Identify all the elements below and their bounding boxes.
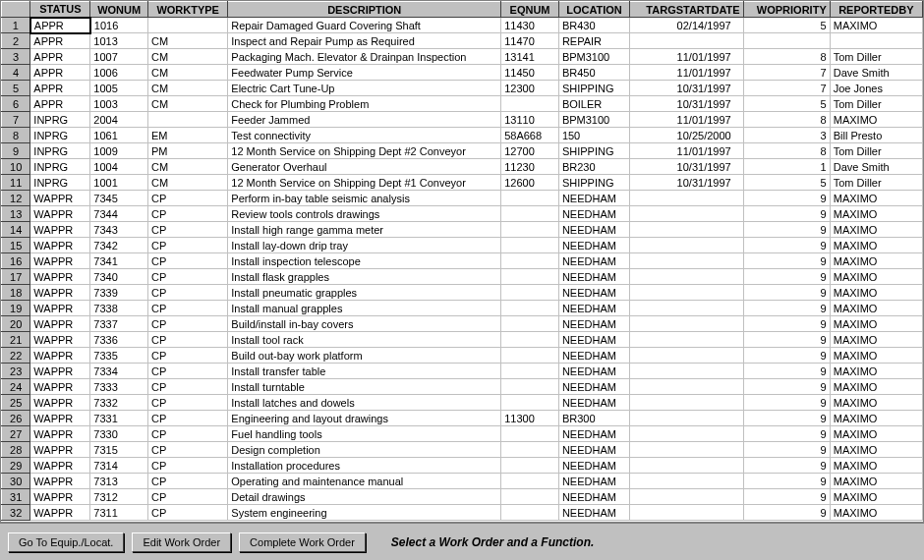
cell-wonum[interactable]: 7337	[90, 316, 148, 332]
cell-worktype[interactable]: CP	[148, 222, 228, 238]
table-row[interactable]: 28WAPPR7315CPDesign completionNEEDHAM9MA…	[2, 442, 923, 458]
cell-worktype[interactable]	[148, 112, 228, 128]
cell-description[interactable]: Build/install in-bay covers	[228, 316, 501, 332]
cell-wonum[interactable]: 7331	[90, 411, 148, 426]
row-header[interactable]: 2	[2, 33, 30, 49]
cell-worktype[interactable]: CP	[148, 426, 228, 442]
cell-description[interactable]: Test connectivity	[228, 128, 501, 143]
cell-reportedby[interactable]: Tom Diller	[830, 143, 922, 159]
cell-reportedby[interactable]: MAXIMO	[830, 301, 922, 316]
table-row[interactable]: 10INPRG1004CMGenerator Overhaul11230BR23…	[2, 159, 923, 175]
cell-eqnum[interactable]	[501, 458, 559, 474]
col-header-eqnum[interactable]: EQNUM	[501, 2, 559, 18]
cell-worktype[interactable]: CM	[148, 159, 228, 175]
cell-worktype[interactable]: CM	[148, 81, 228, 96]
cell-eqnum[interactable]	[501, 222, 559, 238]
cell-worktype[interactable]: CP	[148, 442, 228, 458]
cell-wonum[interactable]: 2004	[90, 112, 148, 128]
cell-reportedby[interactable]: Tom Diller	[830, 96, 922, 112]
col-header-wopriority[interactable]: WOPRIORITY	[743, 2, 830, 18]
cell-location[interactable]: BR300	[558, 411, 629, 426]
row-header[interactable]: 8	[2, 128, 30, 143]
cell-reportedby[interactable]: MAXIMO	[830, 238, 922, 253]
cell-targstartdate[interactable]: 10/31/1997	[630, 159, 744, 175]
row-header[interactable]: 1	[2, 18, 30, 33]
cell-worktype[interactable]: CP	[148, 348, 228, 364]
cell-eqnum[interactable]: 11230	[501, 159, 559, 175]
table-row[interactable]: 14WAPPR7343CPInstall high range gamma me…	[2, 222, 923, 238]
cell-wopriority[interactable]: 9	[743, 474, 830, 489]
row-header[interactable]: 27	[2, 426, 30, 442]
cell-eqnum[interactable]	[501, 489, 559, 505]
cell-wonum[interactable]: 1007	[90, 49, 148, 65]
row-header[interactable]: 15	[2, 238, 30, 253]
cell-eqnum[interactable]	[501, 206, 559, 222]
cell-description[interactable]: Install flask grapples	[228, 269, 501, 285]
cell-wopriority[interactable]: 9	[743, 442, 830, 458]
cell-targstartdate[interactable]: 02/14/1997	[630, 18, 744, 33]
edit-work-order-button[interactable]: Edit Work Order	[132, 532, 231, 552]
cell-status[interactable]: WAPPR	[30, 191, 90, 206]
cell-targstartdate[interactable]	[630, 348, 744, 364]
cell-reportedby[interactable]: MAXIMO	[830, 222, 922, 238]
col-header-description[interactable]: DESCRIPTION	[228, 2, 501, 18]
cell-eqnum[interactable]: 11300	[501, 411, 559, 426]
cell-wopriority[interactable]: 9	[743, 426, 830, 442]
cell-wonum[interactable]: 7341	[90, 253, 148, 269]
cell-location[interactable]: NEEDHAM	[558, 285, 629, 301]
table-row[interactable]: 30WAPPR7313CPOperating and maintenance m…	[2, 474, 923, 489]
cell-location[interactable]: NEEDHAM	[558, 316, 629, 332]
table-row[interactable]: 1APPR1016Repair Damaged Guard Covering S…	[2, 18, 923, 33]
row-header[interactable]: 23	[2, 364, 30, 379]
row-header[interactable]: 12	[2, 191, 30, 206]
cell-status[interactable]: WAPPR	[30, 206, 90, 222]
cell-reportedby[interactable]: MAXIMO	[830, 285, 922, 301]
row-header[interactable]: 25	[2, 395, 30, 411]
cell-status[interactable]: INPRG	[30, 128, 90, 143]
cell-worktype[interactable]: CM	[148, 175, 228, 191]
cell-status[interactable]: WAPPR	[30, 474, 90, 489]
row-header[interactable]: 22	[2, 348, 30, 364]
cell-eqnum[interactable]	[501, 505, 559, 521]
cell-targstartdate[interactable]: 11/01/1997	[630, 143, 744, 159]
cell-location[interactable]: BPM3100	[558, 112, 629, 128]
cell-description[interactable]: Review tools controls drawings	[228, 206, 501, 222]
cell-eqnum[interactable]	[501, 191, 559, 206]
cell-wopriority[interactable]: 9	[743, 285, 830, 301]
cell-wonum[interactable]: 7311	[90, 505, 148, 521]
cell-reportedby[interactable]: Tom Diller	[830, 175, 922, 191]
cell-wonum[interactable]: 1016	[90, 18, 148, 33]
cell-targstartdate[interactable]: 10/31/1997	[630, 175, 744, 191]
table-row[interactable]: 20WAPPR7337CPBuild/install in-bay covers…	[2, 316, 923, 332]
cell-status[interactable]: WAPPR	[30, 253, 90, 269]
cell-worktype[interactable]: CP	[148, 191, 228, 206]
cell-wopriority[interactable]: 9	[743, 206, 830, 222]
cell-status[interactable]: APPR	[30, 65, 90, 81]
cell-targstartdate[interactable]	[630, 301, 744, 316]
cell-status[interactable]: APPR	[30, 49, 90, 65]
cell-status[interactable]: INPRG	[30, 159, 90, 175]
row-header[interactable]: 16	[2, 253, 30, 269]
cell-description[interactable]: Install lay-down drip tray	[228, 238, 501, 253]
cell-targstartdate[interactable]	[630, 489, 744, 505]
table-row[interactable]: 26WAPPR7331CPEngineering and layout draw…	[2, 411, 923, 426]
cell-wopriority[interactable]: 8	[743, 143, 830, 159]
cell-wonum[interactable]: 7314	[90, 458, 148, 474]
table-row[interactable]: 21WAPPR7336CPInstall tool rackNEEDHAM9MA…	[2, 332, 923, 348]
table-row[interactable]: 9INPRG1009PM12 Month Service on Shipping…	[2, 143, 923, 159]
table-row[interactable]: 8INPRG1061EMTest connectivity58A66815010…	[2, 128, 923, 143]
cell-targstartdate[interactable]	[630, 191, 744, 206]
cell-targstartdate[interactable]: 11/01/1997	[630, 49, 744, 65]
cell-eqnum[interactable]	[501, 348, 559, 364]
row-header[interactable]: 14	[2, 222, 30, 238]
cell-status[interactable]: WAPPR	[30, 489, 90, 505]
cell-reportedby[interactable]: Tom Diller	[830, 49, 922, 65]
cell-targstartdate[interactable]	[630, 206, 744, 222]
cell-status[interactable]: WAPPR	[30, 442, 90, 458]
cell-wonum[interactable]: 7313	[90, 474, 148, 489]
cell-location[interactable]: NEEDHAM	[558, 269, 629, 285]
cell-location[interactable]: NEEDHAM	[558, 442, 629, 458]
cell-targstartdate[interactable]	[630, 33, 744, 49]
cell-wopriority[interactable]: 9	[743, 379, 830, 395]
cell-status[interactable]: INPRG	[30, 112, 90, 128]
